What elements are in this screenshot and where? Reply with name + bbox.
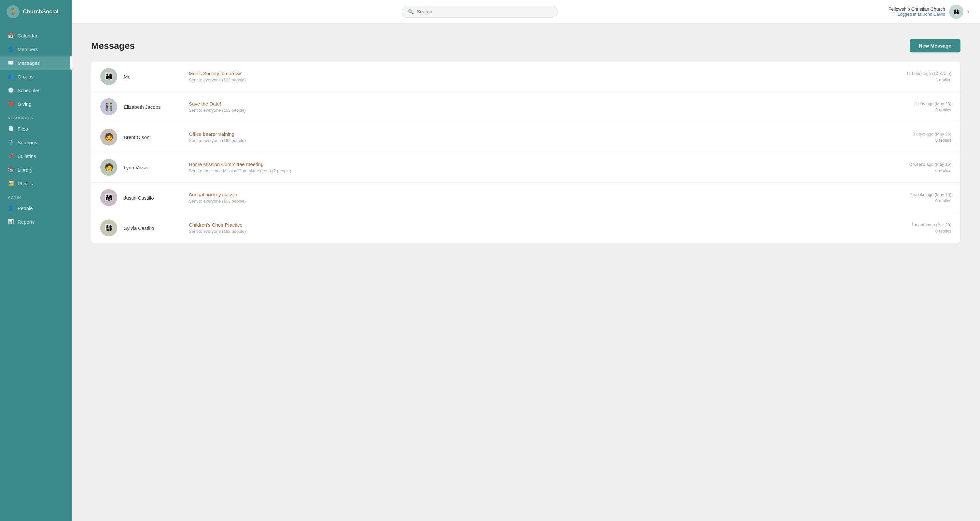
- message-subject-2: Office bearer training: [189, 131, 893, 137]
- message-row[interactable]: 👨‍👩‍👦 Me Men's Society tomorrow Sent to …: [91, 62, 961, 92]
- sidebar-label-giving: Giving: [18, 101, 32, 107]
- sidebar-item-messages[interactable]: ✉️Messages: [0, 56, 72, 70]
- message-subtext-0: Sent to everyone (162 people): [189, 78, 893, 82]
- calendar-icon: 📅: [8, 33, 14, 38]
- giving-icon: ❤️: [8, 101, 14, 107]
- files-icon: 📄: [8, 126, 14, 132]
- message-time-1: 1 day ago (May 28): [899, 101, 951, 106]
- sidebar-item-giving[interactable]: ❤️Giving: [0, 97, 72, 111]
- message-meta-3: 2 weeks ago (May 15) 0 replies: [899, 162, 951, 173]
- search-container: 🔍: [72, 6, 889, 18]
- messages-icon: ✉️: [8, 60, 14, 66]
- sidebar-item-schedules[interactable]: 🕐Schedules: [0, 83, 72, 97]
- library-icon: 📚: [8, 167, 14, 172]
- sender-avatar-4: 👨‍👩‍👧: [100, 189, 117, 206]
- admin-section-label: ADMIN: [0, 190, 72, 201]
- message-row[interactable]: 🧑 Brent Olson Office bearer training Sen…: [91, 122, 961, 152]
- header: 🧍 ChurchSocial 🔍 Fellowship Christian Ch…: [0, 0, 980, 24]
- message-replies-4: 0 replies: [899, 198, 951, 203]
- message-subtext-4: Sent to everyone (162 people): [189, 199, 893, 204]
- reports-icon: 📊: [8, 219, 14, 225]
- sidebar-label-photos: Photos: [18, 181, 33, 186]
- message-subject-1: Save the Date!: [189, 101, 893, 107]
- sidebar-label-calendar: Calendar: [18, 33, 37, 38]
- message-subtext-3: Sent to the Home Mission Committee group…: [189, 168, 893, 173]
- sender-name-1: Elizabeth Jacobs: [124, 104, 182, 110]
- search-input[interactable]: [417, 9, 552, 14]
- sender-name-0: Me: [124, 74, 182, 80]
- sidebar-label-sermons: Sermons: [18, 140, 37, 145]
- groups-icon: 👥: [8, 73, 14, 80]
- sidebar-item-files[interactable]: 📄Files: [0, 122, 72, 135]
- message-time-5: 1 month ago (Apr 29): [899, 222, 951, 227]
- message-row[interactable]: 👨‍👩‍👧‍👦 Sylvia Castillo Children's Choir…: [91, 213, 961, 243]
- sidebar-label-schedules: Schedules: [18, 88, 40, 93]
- message-main-5: Children's Choir Practice Sent to everyo…: [189, 222, 893, 234]
- user-info: Fellowship Christian Church Logged in as…: [889, 6, 945, 17]
- people-icon: 👤: [8, 205, 14, 211]
- sender-avatar-3: 🧑: [100, 159, 117, 176]
- sender-avatar-1: 👫: [100, 98, 117, 115]
- logo-icon: 🧍: [6, 5, 19, 18]
- sidebar-item-calendar[interactable]: 📅Calendar: [0, 29, 72, 42]
- photos-icon: 🖼️: [8, 180, 14, 186]
- church-name: Fellowship Christian Church: [889, 6, 945, 12]
- sidebar-item-sermons[interactable]: 🎙️Sermons: [0, 135, 72, 149]
- sidebar-item-people[interactable]: 👤People: [0, 201, 72, 215]
- schedules-icon: 🕐: [8, 87, 14, 93]
- chevron-down-icon[interactable]: ▾: [967, 9, 970, 14]
- message-subject-3: Home Mission Committee meeting: [189, 161, 893, 167]
- logged-in-label: Logged in as John Calvin: [889, 12, 945, 17]
- sender-avatar-2: 🧑: [100, 129, 117, 145]
- avatar: 👨‍👩‍👦: [949, 5, 963, 19]
- sidebar-item-members[interactable]: 👤Members: [0, 42, 72, 56]
- message-main-4: Annual hockey classic Sent to everyone (…: [189, 192, 893, 204]
- message-replies-5: 0 replies: [899, 229, 951, 233]
- search-box: 🔍: [402, 6, 558, 18]
- sidebar-label-messages: Messages: [18, 60, 40, 66]
- message-row[interactable]: 🧑 Lynn Visser Home Mission Committee mee…: [91, 152, 961, 183]
- search-icon: 🔍: [408, 9, 414, 15]
- message-main-3: Home Mission Committee meeting Sent to t…: [189, 161, 893, 173]
- sidebar-label-groups: Groups: [18, 74, 33, 80]
- message-replies-1: 0 replies: [899, 107, 951, 112]
- message-time-2: 3 days ago (May 26): [899, 132, 951, 137]
- sender-avatar-0: 👨‍👩‍👦: [100, 68, 117, 85]
- page-header: Messages New Message: [91, 39, 961, 53]
- sidebar-label-files: Files: [18, 126, 28, 132]
- message-subject-4: Annual hockey classic: [189, 192, 893, 198]
- message-time-0: 11 hours ago (10:37am): [899, 71, 951, 76]
- sidebar-label-bulletins: Bulletins: [18, 153, 36, 159]
- message-subtext-5: Sent to everyone (162 people): [189, 229, 893, 234]
- avatar-emoji: 👨‍👩‍👦: [953, 8, 960, 15]
- sidebar-item-bulletins[interactable]: 📌Bulletins: [0, 149, 72, 163]
- messages-list: 👨‍👩‍👦 Me Men's Society tomorrow Sent to …: [91, 62, 961, 243]
- sermons-icon: 🎙️: [8, 139, 14, 145]
- message-row[interactable]: 👨‍👩‍👧 Justin Castillo Annual hockey clas…: [91, 183, 961, 213]
- message-replies-3: 0 replies: [899, 168, 951, 173]
- new-message-button[interactable]: New Message: [910, 39, 961, 53]
- main-layout: 📅Calendar👤Members✉️Messages👥Groups🕐Sched…: [0, 24, 980, 521]
- sidebar-item-photos[interactable]: 🖼️Photos: [0, 177, 72, 190]
- message-replies-0: 2 replies: [899, 77, 951, 82]
- sender-name-3: Lynn Visser: [124, 165, 182, 170]
- logo-area: 🧍 ChurchSocial: [0, 0, 72, 24]
- message-meta-4: 2 weeks ago (May 15) 0 replies: [899, 192, 951, 203]
- sidebar: 📅Calendar👤Members✉️Messages👥Groups🕐Sched…: [0, 24, 72, 521]
- logo-text: ChurchSocial: [23, 8, 59, 15]
- sidebar-item-reports[interactable]: 📊Reports: [0, 215, 72, 229]
- sender-name-2: Brent Olson: [124, 134, 182, 140]
- bulletins-icon: 📌: [8, 153, 14, 159]
- sidebar-item-groups[interactable]: 👥Groups: [0, 70, 72, 83]
- resources-section-label: RESOURCES: [0, 111, 72, 122]
- message-replies-2: 0 replies: [899, 138, 951, 143]
- sidebar-item-library[interactable]: 📚Library: [0, 163, 72, 177]
- members-icon: 👤: [8, 46, 14, 52]
- message-row[interactable]: 👫 Elizabeth Jacobs Save the Date! Sent t…: [91, 92, 961, 122]
- message-meta-1: 1 day ago (May 28) 0 replies: [899, 101, 951, 112]
- message-time-3: 2 weeks ago (May 15): [899, 162, 951, 167]
- message-subtext-1: Sent to everyone (162 people): [189, 108, 893, 113]
- sidebar-label-library: Library: [18, 167, 33, 172]
- message-meta-2: 3 days ago (May 26) 0 replies: [899, 132, 951, 143]
- sidebar-label-people: People: [18, 206, 33, 211]
